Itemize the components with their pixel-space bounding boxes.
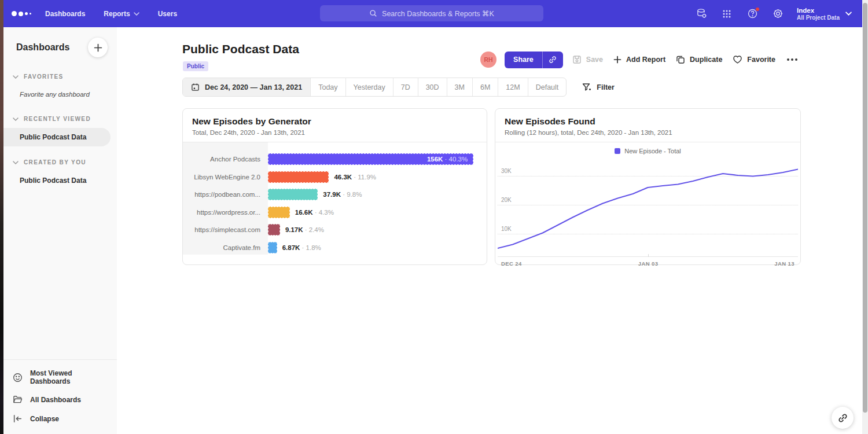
nav-item-label: Users bbox=[158, 10, 177, 18]
page-scrollbar[interactable] bbox=[862, 0, 868, 434]
bar[interactable] bbox=[268, 171, 329, 183]
avatar[interactable]: RH bbox=[480, 52, 496, 68]
navbar-right: Index All Project Data bbox=[692, 0, 856, 27]
favorite-label: Favorite bbox=[747, 56, 775, 64]
plot-area[interactable]: 10K20K30K bbox=[498, 164, 798, 257]
duplicate-button[interactable]: Duplicate bbox=[675, 55, 723, 64]
bar-zone: 9.17K · 2.4% bbox=[268, 224, 487, 236]
background-window-edge bbox=[0, 0, 3, 434]
add-report-label: Add Report bbox=[626, 56, 665, 64]
favorite-button[interactable]: Favorite bbox=[731, 55, 777, 64]
sidebar-item-public-podcast-data[interactable]: Public Podcast Data bbox=[3, 171, 111, 190]
bar-category-label: Anchor Podcasts bbox=[183, 156, 268, 163]
bar-row[interactable]: https://podbean.com...37.9K · 9.8% bbox=[183, 186, 487, 204]
nav-item-users[interactable]: Users bbox=[151, 6, 184, 21]
bar-category-label: https://wordpress.or... bbox=[183, 209, 268, 216]
sidebar-title: Dashboards bbox=[16, 42, 69, 53]
legend-swatch bbox=[615, 148, 620, 154]
project-selector[interactable]: Index All Project Data bbox=[797, 6, 852, 21]
preset-yesterday[interactable]: Yesterday bbox=[345, 78, 393, 96]
bar-value-label: 6.87K · 1.8% bbox=[282, 244, 321, 251]
card-title[interactable]: New Episodes by Generator bbox=[192, 116, 477, 127]
primary-nav: DashboardsReportsUsers bbox=[38, 6, 184, 21]
bar-chart: Anchor Podcasts156K · 40.3%Libsyn WebEng… bbox=[183, 142, 487, 262]
date-controls: Dec 24, 2020 — Jan 13, 2021 TodayYesterd… bbox=[182, 78, 615, 97]
bar[interactable] bbox=[268, 242, 277, 253]
bar-category-label: https://simplecast.com bbox=[183, 226, 268, 233]
preset-today[interactable]: Today bbox=[310, 78, 345, 96]
date-range-picker[interactable]: Dec 24, 2020 — Jan 13, 2021 bbox=[183, 78, 310, 96]
scrollbar-thumb[interactable] bbox=[863, 3, 867, 413]
search-input[interactable]: Search Dashboards & Reports ⌘K bbox=[320, 5, 543, 21]
copy-link-floating-button[interactable] bbox=[832, 407, 854, 429]
apps-grid-icon[interactable] bbox=[717, 4, 737, 24]
dashboard-actions: RH Share Save Add Report Duplicate bbox=[480, 51, 800, 68]
chevron-down-icon bbox=[13, 161, 19, 164]
data-sources-icon[interactable] bbox=[692, 4, 711, 24]
bar-value-label: 9.17K · 2.4% bbox=[285, 226, 324, 233]
duplicate-icon bbox=[676, 55, 685, 64]
project-name: Index bbox=[797, 6, 840, 14]
footer-item-all-dashboards[interactable]: All Dashboards bbox=[3, 390, 117, 409]
sidebar-section: CREATED BY YOUPublic Podcast Data bbox=[3, 157, 117, 190]
bar[interactable] bbox=[268, 207, 290, 218]
add-report-button[interactable]: Add Report bbox=[612, 56, 667, 64]
search-icon bbox=[369, 9, 377, 17]
preset-12m[interactable]: 12M bbox=[498, 78, 527, 96]
bar-category-label: Captivate.fm bbox=[183, 244, 268, 251]
bar-zone: 16.6K · 4.3% bbox=[268, 207, 487, 218]
bar-row[interactable]: https://wordpress.or...16.6K · 4.3% bbox=[183, 204, 487, 222]
folder-icon bbox=[13, 395, 23, 404]
bar[interactable] bbox=[268, 224, 280, 236]
save-button[interactable]: Save bbox=[571, 55, 604, 64]
bar-zone: 6.87K · 1.8% bbox=[268, 242, 487, 253]
bar-row[interactable]: Anchor Podcasts156K · 40.3% bbox=[183, 150, 487, 168]
footer-item-collapse[interactable]: Collapse bbox=[3, 409, 117, 428]
bar[interactable]: 156K · 40.3% bbox=[268, 153, 473, 165]
duplicate-label: Duplicate bbox=[690, 56, 722, 64]
nav-item-dashboards[interactable]: Dashboards bbox=[38, 6, 92, 21]
preset-30d[interactable]: 30D bbox=[418, 78, 447, 96]
x-tick-label: JAN 03 bbox=[638, 260, 659, 267]
footer-item-most-viewed-dashboards[interactable]: Most Viewed Dashboards bbox=[3, 365, 117, 390]
bar-value-label: 37.9K · 9.8% bbox=[323, 191, 362, 198]
collapse-icon bbox=[13, 414, 23, 424]
x-tick-label: JAN 13 bbox=[774, 260, 795, 267]
bar-value-label: 16.6K · 4.3% bbox=[295, 209, 334, 216]
chart-legend[interactable]: New Episode - Total bbox=[495, 142, 800, 155]
more-options-icon[interactable] bbox=[785, 55, 800, 64]
preset-7d[interactable]: 7D bbox=[393, 78, 418, 96]
preset-6m[interactable]: 6M bbox=[472, 78, 498, 96]
filter-funnel-icon bbox=[582, 83, 591, 92]
save-label: Save bbox=[586, 56, 603, 64]
footer-item-label: Collapse bbox=[30, 415, 59, 423]
preset-default[interactable]: Default bbox=[528, 78, 567, 96]
chevron-down-icon bbox=[13, 75, 19, 79]
bar-row[interactable]: Captivate.fm6.87K · 1.8% bbox=[183, 239, 487, 257]
filter-button[interactable]: Filter bbox=[582, 83, 615, 92]
sidebar-item-public-podcast-data[interactable]: Public Podcast Data bbox=[3, 128, 111, 146]
footer-item-label: All Dashboards bbox=[30, 396, 81, 404]
share-link-icon[interactable] bbox=[542, 52, 563, 68]
help-icon[interactable] bbox=[742, 4, 762, 24]
filter-label: Filter bbox=[597, 83, 615, 91]
bar-row[interactable]: https://simplecast.com9.17K · 2.4% bbox=[183, 221, 487, 239]
bar[interactable] bbox=[268, 189, 318, 200]
new-dashboard-button[interactable] bbox=[88, 38, 108, 57]
section-header-recently-viewed[interactable]: RECENTLY VIEWED bbox=[3, 113, 117, 124]
amplitude-logo-icon[interactable] bbox=[12, 11, 38, 16]
share-button[interactable]: Share bbox=[505, 52, 542, 68]
card-new-episodes-found: New Episodes Found Rolling (12 hours), t… bbox=[495, 108, 801, 265]
bar-row[interactable]: Libsyn WebEngine 2.046.3K · 11.9% bbox=[183, 168, 487, 186]
card-title[interactable]: New Episodes Found bbox=[505, 116, 791, 127]
plus-icon bbox=[613, 56, 621, 64]
nav-item-reports[interactable]: Reports bbox=[97, 6, 146, 21]
calendar-icon bbox=[191, 83, 200, 91]
section-header-label: CREATED BY YOU bbox=[24, 159, 86, 165]
preset-3m[interactable]: 3M bbox=[447, 78, 472, 96]
section-header-created-by-you[interactable]: CREATED BY YOU bbox=[3, 157, 117, 168]
settings-gear-icon[interactable] bbox=[768, 4, 788, 24]
line-chart: New Episode - Total 10K20K30K DEC 24JAN … bbox=[495, 142, 800, 262]
section-header-favorites[interactable]: FAVORITES bbox=[3, 71, 117, 82]
page-title: Public Podcast Data bbox=[182, 42, 299, 56]
